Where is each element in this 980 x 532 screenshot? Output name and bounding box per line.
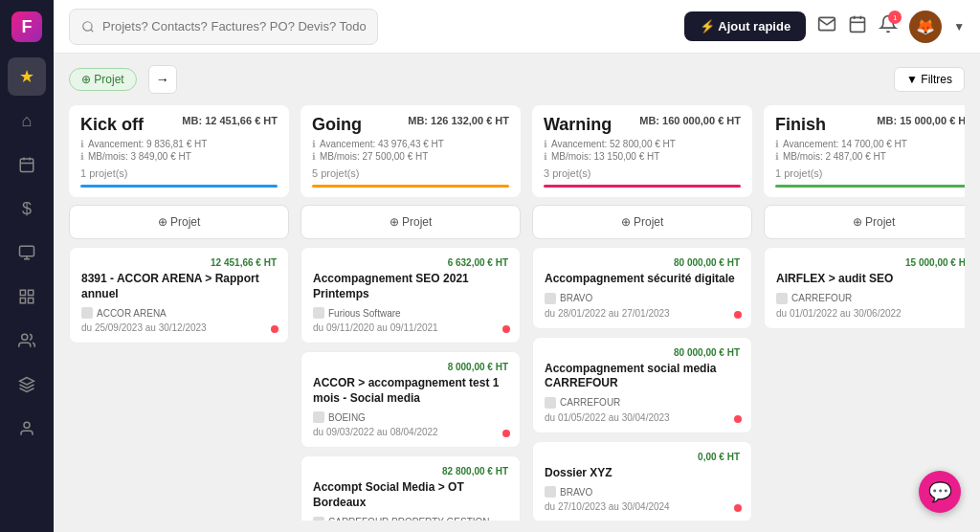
card-title: Accompagnement social media CARREFOUR	[545, 362, 740, 391]
mail-icon[interactable]	[817, 14, 836, 38]
arrow-button[interactable]: →	[148, 65, 177, 94]
info-icon-kick-off-1: ℹ	[80, 139, 84, 149]
svg-rect-10	[29, 299, 33, 303]
card-date: du 25/09/2023 au 30/12/2023	[81, 322, 277, 333]
sidebar-item-home[interactable]: ⌂	[8, 101, 46, 140]
col-header-kick-off: Kick off MB: 12 451,66 € HT ℹAvancement:…	[69, 105, 289, 197]
card-company: BRAVO	[545, 486, 740, 498]
main-content: ⚡ Ajout rapide 1 🦊 ▼ ⊕ Projet → ▼ Filtre…	[54, 0, 980, 532]
card-status-dot	[271, 325, 278, 333]
col-mbmois-warning: MB/mois: 13 150,00 € HT	[551, 151, 659, 162]
info-icon-going-2: ℹ	[312, 151, 316, 162]
card-company: Furious Software	[313, 307, 508, 319]
col-bar-finish	[775, 185, 965, 188]
sidebar-item-finance[interactable]: $	[8, 189, 46, 228]
card-amount: 15 000,00 € HT	[776, 257, 965, 268]
col-title-going: Going	[312, 115, 362, 135]
svg-point-13	[24, 422, 30, 428]
sidebar-item-layers[interactable]	[8, 366, 46, 404]
card-warning-0[interactable]: 80 000,00 € HT Accompagnement sécurité d…	[532, 247, 752, 329]
svg-marker-12	[20, 378, 34, 386]
card-amount: 80 000,00 € HT	[545, 257, 740, 268]
cards-area-warning: ⊕ Projet 80 000,00 € HT Accompagnement s…	[532, 205, 752, 521]
col-count-kick-off: 1 projet(s)	[80, 167, 278, 179]
card-date: du 09/03/2022 au 08/04/2022	[313, 427, 508, 437]
user-avatar[interactable]: 🦊	[909, 11, 942, 43]
add-project-btn-kick-off[interactable]: ⊕ Projet	[69, 205, 289, 239]
header: ⚡ Ajout rapide 1 🦊 ▼	[54, 0, 980, 54]
company-icon	[776, 293, 788, 304]
col-count-going: 5 projet(s)	[312, 167, 509, 179]
sidebar-item-contacts[interactable]	[8, 321, 46, 360]
col-mb-finish: MB: 15 000,00 € HT	[877, 115, 965, 126]
company-icon	[313, 517, 324, 521]
col-count-finish: 1 projet(s)	[775, 167, 965, 179]
svg-line-15	[91, 29, 94, 32]
col-mbmois-going: MB/mois: 27 500,00 € HT	[320, 151, 428, 162]
company-icon	[545, 397, 556, 409]
card-warning-2[interactable]: 0,00 € HT Dossier XYZ BRAVO du 27/10/202…	[532, 441, 752, 521]
company-icon	[545, 293, 556, 304]
svg-rect-7	[20, 290, 25, 295]
add-project-btn-warning[interactable]: ⊕ Projet	[532, 205, 752, 239]
column-finish: Finish MB: 15 000,00 € HT ℹAvancement: 1…	[764, 105, 965, 521]
content-area: ⊕ Projet → ▼ Filtres Kick off MB: 12 451…	[54, 54, 980, 532]
card-amount: 6 632,00 € HT	[313, 257, 508, 268]
cards-area-kick-off: ⊕ Projet 12 451,66 € HT 8391 - ACCOR ARE…	[69, 205, 289, 521]
card-status-dot	[502, 325, 510, 333]
project-filter-tag[interactable]: ⊕ Projet	[69, 68, 137, 91]
toolbar: ⊕ Projet → ▼ Filtres	[69, 65, 965, 94]
filters-button[interactable]: ▼ Filtres	[894, 67, 965, 92]
col-avancement-kick-off: Avancement: 9 836,81 € HT	[88, 139, 207, 149]
sidebar-item-user[interactable]	[8, 410, 46, 448]
add-project-btn-going[interactable]: ⊕ Projet	[301, 205, 521, 239]
sidebar-item-calendar[interactable]	[8, 145, 46, 184]
svg-rect-9	[20, 299, 25, 303]
card-going-0[interactable]: 6 632,00 € HT Accompagnement SEO 2021 Pr…	[301, 247, 521, 344]
card-company: ACCOR ARENA	[81, 307, 277, 319]
card-kick-off-0[interactable]: 12 451,66 € HT 8391 - ACCOR ARENA > Rapp…	[69, 247, 289, 344]
search-bar[interactable]	[69, 9, 378, 45]
card-warning-1[interactable]: 80 000,00 € HT Accompagnement social med…	[532, 337, 752, 433]
card-amount: 0,00 € HT	[545, 452, 740, 462]
sidebar-item-projects[interactable]	[8, 233, 46, 272]
col-header-going: Going MB: 126 132,00 € HT ℹAvancement: 4…	[301, 105, 521, 197]
card-going-2[interactable]: 82 800,00 € HT Accompt Social Media > OT…	[301, 455, 521, 521]
card-company: CARREFOUR	[545, 397, 740, 409]
col-bar-warning	[544, 185, 741, 188]
search-input[interactable]	[102, 19, 366, 33]
svg-rect-8	[29, 290, 33, 295]
col-avancement-going: Avancement: 43 976,43 € HT	[320, 139, 444, 149]
search-icon	[81, 20, 95, 33]
info-icon-finish-2: ℹ	[775, 151, 779, 162]
cards-area-going: ⊕ Projet 6 632,00 € HT Accompagnement SE…	[301, 205, 521, 521]
card-status-dot	[734, 311, 742, 319]
col-mb-kick-off: MB: 12 451,66 € HT	[182, 115, 278, 126]
info-icon-warning-1: ℹ	[544, 139, 547, 149]
card-title: AIRFLEX > audit SEO	[776, 272, 965, 287]
info-icon-going-1: ℹ	[312, 139, 316, 149]
avatar-chevron[interactable]: ▼	[953, 20, 965, 33]
quick-add-button[interactable]: ⚡ Ajout rapide	[684, 11, 806, 41]
chat-button[interactable]: 💬	[919, 471, 961, 513]
card-date: du 27/10/2023 au 30/04/2024	[545, 501, 740, 512]
info-icon-finish-1: ℹ	[775, 139, 779, 149]
card-company: BOEING	[313, 411, 508, 423]
card-title: Dossier XYZ	[545, 466, 740, 481]
card-finish-0[interactable]: 15 000,00 € HT AIRFLEX > audit SEO CARRE…	[764, 247, 965, 329]
add-project-btn-finish[interactable]: ⊕ Projet	[764, 205, 965, 239]
col-avancement-warning: Avancement: 52 800,00 € HT	[551, 139, 676, 149]
col-mbmois-finish: MB/mois: 2 487,00 € HT	[783, 151, 886, 162]
notification-bell[interactable]: 1	[879, 14, 898, 38]
app-logo: F	[11, 11, 42, 42]
sidebar-item-analytics[interactable]	[8, 277, 46, 316]
calendar-icon[interactable]	[848, 14, 867, 38]
col-avancement-finish: Avancement: 14 700,00 € HT	[783, 139, 907, 149]
card-company: CARREFOUR	[776, 293, 965, 304]
card-going-1[interactable]: 8 000,00 € HT ACCOR > accompagnement tes…	[301, 351, 521, 448]
company-icon	[313, 307, 324, 319]
sidebar-item-star[interactable]: ★	[8, 57, 46, 96]
column-going: Going MB: 126 132,00 € HT ℹAvancement: 4…	[301, 105, 521, 521]
card-date: du 09/11/2020 au 09/11/2021	[313, 322, 508, 333]
header-icons: 1 🦊 ▼	[817, 11, 965, 43]
